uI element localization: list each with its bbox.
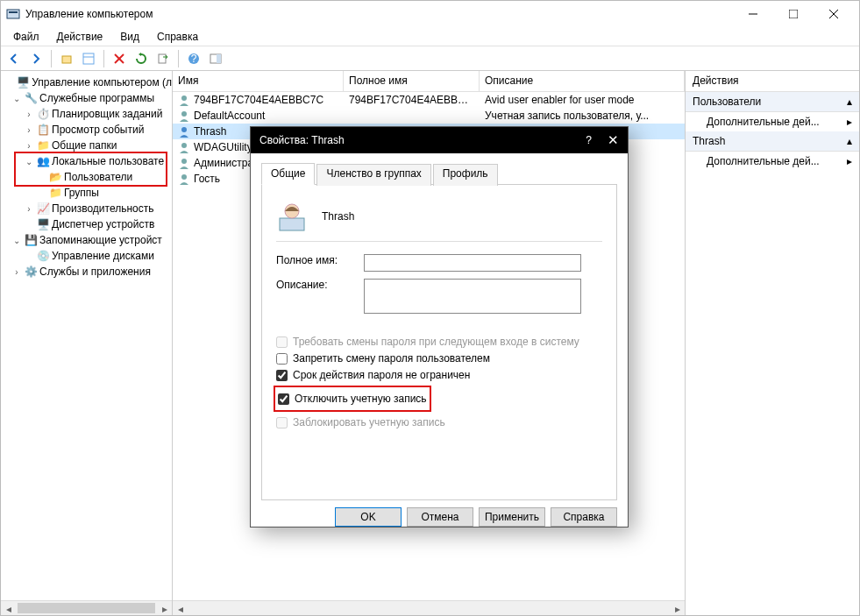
menu-view[interactable]: Вид	[111, 29, 148, 45]
titlebar: Управление компьютером	[1, 1, 859, 27]
tree-device-manager[interactable]: Диспетчер устройств	[52, 218, 154, 230]
collapse-icon: ▴	[847, 96, 852, 108]
svg-rect-22	[280, 218, 304, 230]
column-fullname[interactable]: Полное имя	[344, 71, 480, 91]
svg-rect-1	[9, 11, 18, 13]
tree-local-users[interactable]: Локальные пользовате	[52, 155, 164, 167]
cancel-button[interactable]: Отмена	[407, 507, 473, 527]
menu-action[interactable]: Действие	[48, 29, 112, 45]
checkbox-input	[276, 336, 288, 348]
actions-panel: Действия Пользователи ▴ Дополнительные д…	[686, 71, 859, 615]
scroll-left-button[interactable]: ◂	[1, 601, 16, 615]
minimize-button[interactable]	[733, 1, 773, 27]
folder-icon: 📁	[48, 186, 62, 200]
actions-section-thrash[interactable]: Thrash ▴	[686, 131, 859, 152]
tree-event-viewer[interactable]: Просмотр событий	[52, 124, 144, 136]
close-button[interactable]	[814, 1, 854, 27]
fullname-input[interactable]	[364, 254, 581, 272]
annotation-highlight: Отключить учетную запись	[274, 386, 431, 412]
fullname-label: Полное имя:	[276, 254, 364, 266]
user-icon	[178, 125, 190, 138]
list-row[interactable]: 794BF17C704E4AEBBC7C 794BF17C704E4AEBBC7…	[173, 92, 685, 108]
tab-general[interactable]: Общие	[261, 163, 315, 185]
performance-icon: 📈	[36, 202, 50, 216]
user-icon	[178, 94, 190, 106]
scrollbar-thumb[interactable]	[18, 603, 155, 613]
menu-file[interactable]: Файл	[4, 29, 48, 45]
dialog-username: Thrash	[322, 210, 354, 223]
scroll-right-button[interactable]: ▸	[157, 601, 172, 615]
back-button[interactable]	[4, 49, 24, 68]
checkbox-cannot-change[interactable]: Запретить смену пароля пользователем	[276, 352, 602, 365]
up-button[interactable]	[57, 49, 76, 68]
svg-rect-15	[217, 54, 221, 63]
properties-button[interactable]	[79, 49, 98, 68]
user-avatar-icon	[276, 201, 308, 232]
arrow-right-icon: ▸	[847, 116, 852, 128]
device-icon: 🖥️	[36, 217, 50, 231]
tab-membership[interactable]: Членство в группах	[316, 164, 430, 186]
column-description[interactable]: Описание	[480, 71, 685, 91]
folders-icon: 📁	[36, 138, 50, 152]
dialog-titlebar[interactable]: Свойства: Thrash ? ✕	[251, 127, 628, 153]
scheduler-icon: ⏱️	[36, 107, 50, 121]
tab-profile[interactable]: Профиль	[433, 164, 498, 186]
actions-more-2[interactable]: Дополнительные дей... ▸	[686, 152, 859, 171]
user-icon	[178, 141, 190, 153]
tree-task-scheduler[interactable]: Планировщик заданий	[52, 108, 162, 120]
checkbox-input[interactable]	[278, 393, 289, 405]
tree-services[interactable]: Службы и приложения	[39, 266, 151, 278]
checkbox-never-expires[interactable]: Срок действия пароля не ограничен	[276, 369, 602, 381]
events-icon: 📋	[36, 123, 50, 137]
export-button[interactable]	[153, 49, 173, 68]
svg-rect-11	[159, 54, 166, 63]
actions-title: Действия	[686, 71, 859, 92]
checkbox-input	[276, 417, 288, 428]
disk-icon: 💿	[36, 249, 50, 263]
refresh-button[interactable]	[131, 49, 151, 68]
menu-help[interactable]: Справка	[148, 29, 207, 45]
tree-groups[interactable]: Группы	[64, 187, 99, 199]
help-icon[interactable]: ?	[586, 134, 592, 146]
scroll-right-button[interactable]: ▸	[670, 601, 685, 616]
column-name[interactable]: Имя	[173, 71, 344, 91]
description-label: Описание:	[276, 279, 364, 291]
description-input[interactable]	[364, 279, 581, 314]
forward-button[interactable]	[26, 49, 46, 68]
tree-users[interactable]: Пользователи	[64, 171, 132, 183]
services-icon: ⚙️	[24, 265, 38, 279]
tree-storage[interactable]: Запоминающие устройст	[39, 234, 162, 246]
ok-button[interactable]: OK	[335, 507, 402, 527]
help-button[interactable]: ?	[184, 49, 203, 68]
checkbox-input[interactable]	[276, 370, 288, 381]
tree-disk-mgmt[interactable]: Управление дисками	[52, 250, 154, 262]
tree-performance[interactable]: Производительность	[52, 202, 153, 215]
actions-more-1[interactable]: Дополнительные дей... ▸	[686, 112, 859, 131]
checkbox-account-disabled[interactable]: Отключить учетную запись	[278, 393, 427, 405]
computer-mgmt-icon: 🖥️	[17, 75, 31, 89]
tree-system-utilities[interactable]: Служебные программы	[39, 92, 154, 104]
actions-section-users[interactable]: Пользователи ▴	[686, 92, 859, 112]
svg-point-20	[181, 159, 187, 164]
maximize-button[interactable]	[773, 1, 814, 27]
arrow-right-icon: ▸	[847, 155, 852, 167]
help-button[interactable]: Справка	[551, 507, 617, 527]
scroll-left-button[interactable]: ◂	[173, 601, 188, 616]
tree-panel[interactable]: 🖥️Управление компьютером (л ⌄🔧Служебные …	[1, 71, 173, 615]
scrollbar-track[interactable]	[188, 601, 670, 615]
close-icon[interactable]: ✕	[608, 132, 619, 148]
tools-icon: 🔧	[24, 91, 38, 105]
tree-shared-folders[interactable]: Общие папки	[52, 139, 117, 152]
delete-button[interactable]	[110, 49, 129, 68]
list-row[interactable]: DefaultAccount Учетная запись пользовате…	[173, 108, 685, 124]
svg-rect-3	[789, 10, 798, 18]
storage-icon: 💾	[24, 233, 38, 247]
tree-root[interactable]: Управление компьютером (л	[32, 76, 172, 89]
apply-button[interactable]: Применить	[479, 507, 545, 527]
window-title: Управление компьютером	[25, 8, 153, 20]
user-icon	[178, 173, 190, 185]
checkbox-input[interactable]	[276, 353, 288, 365]
menubar: Файл Действие Вид Справка	[1, 27, 859, 46]
show-hide-button[interactable]	[206, 49, 225, 68]
checkbox-account-locked: Заблокировать учетную запись	[276, 416, 602, 428]
